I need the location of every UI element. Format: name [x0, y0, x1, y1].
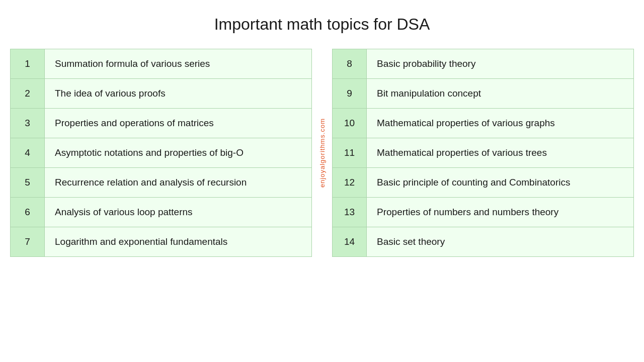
row-text: Logarithm and exponential fundamentals	[45, 227, 312, 257]
row-number: 2	[11, 79, 45, 109]
row-number: 5	[11, 168, 45, 198]
row-number: 10	[333, 109, 367, 138]
watermark: enjoyalgorithms.com	[318, 118, 326, 188]
row-text: Mathematical properties of various graph…	[367, 109, 634, 138]
row-number: 14	[333, 227, 367, 257]
row-number: 13	[333, 198, 367, 227]
row-text: Summation formula of various series	[45, 49, 312, 79]
row-text: Basic probability theory	[367, 49, 634, 79]
row-text: Basic set theory	[367, 227, 634, 257]
row-text: Properties and operations of matrices	[45, 109, 312, 138]
row-number: 9	[333, 79, 367, 109]
row-number: 12	[333, 168, 367, 198]
row-text: Analysis of various loop patterns	[45, 198, 312, 227]
row-text: The idea of various proofs	[45, 79, 312, 109]
table-row: 13 Properties of numbers and numbers the…	[333, 198, 634, 227]
table-row: 2 The idea of various proofs	[11, 79, 312, 109]
row-number: 1	[11, 49, 45, 79]
tables-wrapper: enjoyalgorithms.com 1 Summation formula …	[10, 49, 634, 257]
row-text: Properties of numbers and numbers theory	[367, 198, 634, 227]
row-text: Basic principle of counting and Combinat…	[367, 168, 634, 198]
table-row: 5 Recurrence relation and analysis of re…	[11, 168, 312, 198]
table-row: 6 Analysis of various loop patterns	[11, 198, 312, 227]
table-row: 14 Basic set theory	[333, 227, 634, 257]
right-table: 8 Basic probability theory 9 Bit manipul…	[332, 49, 634, 257]
table-row: 10 Mathematical properties of various gr…	[333, 109, 634, 138]
row-number: 6	[11, 198, 45, 227]
table-row: 8 Basic probability theory	[333, 49, 634, 79]
table-row: 3 Properties and operations of matrices	[11, 109, 312, 138]
left-table: 1 Summation formula of various series 2 …	[10, 49, 312, 257]
row-text: Recurrence relation and analysis of recu…	[45, 168, 312, 198]
table-row: 12 Basic principle of counting and Combi…	[333, 168, 634, 198]
row-number: 7	[11, 227, 45, 257]
row-number: 11	[333, 138, 367, 168]
row-number: 4	[11, 138, 45, 168]
row-text: Bit manipulation concept	[367, 79, 634, 109]
row-number: 3	[11, 109, 45, 138]
row-number: 8	[333, 49, 367, 79]
page-title: Important math topics for DSA	[214, 15, 430, 34]
row-text: Asymptotic notations and properties of b…	[45, 138, 312, 168]
table-row: 1 Summation formula of various series	[11, 49, 312, 79]
table-row: 9 Bit manipulation concept	[333, 79, 634, 109]
table-row: 4 Asymptotic notations and properties of…	[11, 138, 312, 168]
table-row: 11 Mathematical properties of various tr…	[333, 138, 634, 168]
table-row: 7 Logarithm and exponential fundamentals	[11, 227, 312, 257]
row-text: Mathematical properties of various trees	[367, 138, 634, 168]
